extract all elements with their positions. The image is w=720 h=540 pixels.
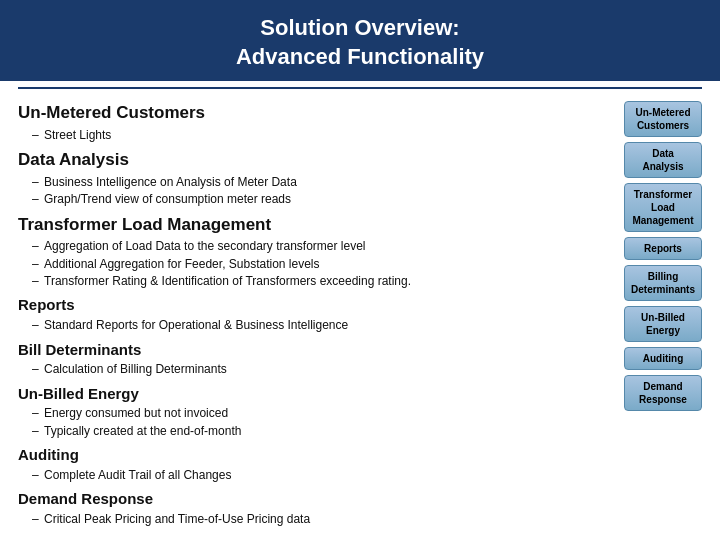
bullet-list-unbilled: Energy consumed but not invoiced Typical… [18, 405, 614, 440]
list-item: Critical Peak Pricing and Time-of-Use Pr… [32, 511, 614, 528]
nav-button-billing-det[interactable]: BillingDeterminants [624, 265, 702, 301]
nav-button-un-metered[interactable]: Un-MeteredCustomers [624, 101, 702, 137]
section-title-auditing: Auditing [18, 444, 614, 466]
list-item: Transformer Rating & Identification of T… [32, 273, 614, 290]
section-title-reports: Reports [18, 294, 614, 316]
bullet-list-auditing: Complete Audit Trail of all Changes [18, 467, 614, 484]
left-column: Un-Metered Customers Street Lights Data … [18, 101, 614, 530]
list-item: Energy consumed but not invoiced [32, 405, 614, 422]
bullet-list-bill-det: Calculation of Billing Determinants [18, 361, 614, 378]
section-title-demand: Demand Response [18, 488, 614, 510]
nav-button-demand-response[interactable]: DemandResponse [624, 375, 702, 411]
bullet-list-demand: Critical Peak Pricing and Time-of-Use Pr… [18, 511, 614, 528]
section-title-transformer: Transformer Load Management [18, 213, 614, 238]
nav-button-data-analysis[interactable]: DataAnalysis [624, 142, 702, 178]
section-transformer: Transformer Load Management Aggregation … [18, 213, 614, 291]
list-item: Business Intelligence on Analysis of Met… [32, 174, 614, 191]
section-data-analysis: Data Analysis Business Intelligence on A… [18, 148, 614, 208]
section-title-unbilled: Un-Billed Energy [18, 383, 614, 405]
right-column-nav: Un-MeteredCustomers DataAnalysis Transfo… [614, 101, 702, 530]
bullet-list-un-metered: Street Lights [18, 127, 614, 144]
header-divider [18, 87, 702, 89]
list-item: Aggregation of Load Data to the secondar… [32, 238, 614, 255]
nav-button-unbilled-energy[interactable]: Un-BilledEnergy [624, 306, 702, 342]
section-reports: Reports Standard Reports for Operational… [18, 294, 614, 334]
main-content: Un-Metered Customers Street Lights Data … [0, 95, 720, 534]
nav-button-reports[interactable]: Reports [624, 237, 702, 260]
section-title-un-metered: Un-Metered Customers [18, 101, 614, 126]
list-item: Calculation of Billing Determinants [32, 361, 614, 378]
list-item: Street Lights [32, 127, 614, 144]
list-item: Standard Reports for Operational & Busin… [32, 317, 614, 334]
section-un-metered: Un-Metered Customers Street Lights [18, 101, 614, 144]
nav-button-auditing[interactable]: Auditing [624, 347, 702, 370]
section-title-data-analysis: Data Analysis [18, 148, 614, 173]
bullet-list-data-analysis: Business Intelligence on Analysis of Met… [18, 174, 614, 209]
footer: SMART METERING 🍁 CANADA [0, 537, 720, 540]
list-item: Typically created at the end-of-month [32, 423, 614, 440]
bullet-list-reports: Standard Reports for Operational & Busin… [18, 317, 614, 334]
section-bill-determinants: Bill Determinants Calculation of Billing… [18, 339, 614, 379]
section-unbilled: Un-Billed Energy Energy consumed but not… [18, 383, 614, 441]
header-title: Solution Overview: Advanced Functionalit… [10, 14, 710, 71]
page-header: Solution Overview: Advanced Functionalit… [0, 0, 720, 81]
section-demand-response: Demand Response Critical Peak Pricing an… [18, 488, 614, 528]
section-auditing: Auditing Complete Audit Trail of all Cha… [18, 444, 614, 484]
section-title-bill-det: Bill Determinants [18, 339, 614, 361]
list-item: Additional Aggregation for Feeder, Subst… [32, 256, 614, 273]
list-item: Complete Audit Trail of all Changes [32, 467, 614, 484]
nav-button-transformer[interactable]: TransformerLoadManagement [624, 183, 702, 232]
list-item: Graph/Trend view of consumption meter re… [32, 191, 614, 208]
bullet-list-transformer: Aggregation of Load Data to the secondar… [18, 238, 614, 290]
